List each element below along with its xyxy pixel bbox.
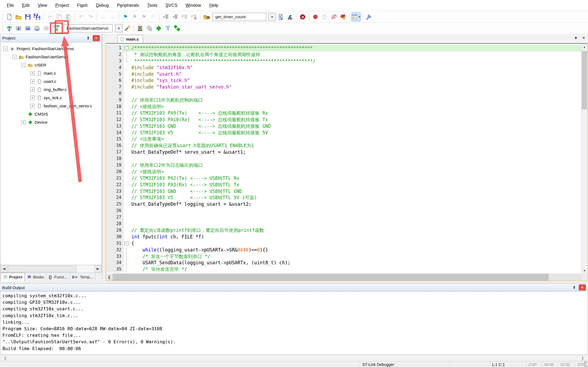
menu-svcs[interactable]: SVCS <box>161 3 182 8</box>
editor-vertical-scrollbar[interactable]: ▲ ▼ <box>581 44 587 274</box>
project-horizontal-scrollbar[interactable]: ◀ ▶ <box>0 265 102 273</box>
toolbar-grip[interactable] <box>2 25 4 32</box>
load-button[interactable]: LOAD ⇊ ★ <box>52 24 61 33</box>
enable-breakpoints-button[interactable] <box>339 12 348 22</box>
close-icon[interactable]: ✕ <box>93 35 100 41</box>
scroll-left-icon[interactable]: ❮ <box>0 356 11 360</box>
scroll-left-icon[interactable]: ❮ <box>106 274 113 281</box>
tree-item-fashion-star-uart-servo-c[interactable]: +fashion_star_uart_servo.c <box>1 102 101 110</box>
disable-breakpoint-button[interactable] <box>320 12 329 22</box>
batch-build-button[interactable] <box>32 24 42 33</box>
menu-help[interactable]: Help <box>205 3 222 8</box>
target-combobox[interactable]: FashionStarUartServo <box>64 24 113 32</box>
tab-main-c[interactable]: main.c <box>117 35 143 43</box>
vertical-scroll-thumb[interactable] <box>582 51 587 110</box>
paste-button[interactable] <box>64 12 73 22</box>
menu-window[interactable]: Window <box>182 3 205 8</box>
tree-item-ring-buffer-c[interactable]: +ring_buffer.c <box>1 86 101 94</box>
next-bookmark-button[interactable]: ⚑ <box>139 12 149 22</box>
kill-breakpoints-button[interactable] <box>329 12 339 22</box>
panel-tab-project[interactable]: Project <box>1 273 25 281</box>
tree-item-project-fashionstaruartservo[interactable]: −Project: FashionStarUartServo <box>1 45 101 53</box>
tree-item-main-c[interactable]: +main.c <box>1 69 101 77</box>
tab-list-dropdown-icon[interactable]: ▼ <box>574 36 578 40</box>
previous-bookmark-button[interactable]: ⚑ <box>130 12 139 22</box>
fold-collapse-icon[interactable]: − <box>125 242 128 245</box>
comment-button[interactable]: // <box>180 12 189 22</box>
collapse-icon[interactable]: − <box>12 55 17 59</box>
collapse-icon[interactable]: − <box>3 47 8 51</box>
manage-rte-button[interactable] <box>154 24 163 33</box>
redo-button[interactable]: ↷ <box>86 12 95 22</box>
fold-collapse-icon[interactable]: − <box>125 46 128 50</box>
target-combobox-dropdown-icon[interactable]: ▼ <box>115 24 123 32</box>
browse-symbols-button[interactable] <box>285 12 294 22</box>
rebuild-button[interactable] <box>23 24 32 33</box>
find-in-document-button[interactable] <box>276 12 285 22</box>
save-button[interactable] <box>23 12 32 22</box>
expand-icon[interactable]: + <box>30 71 35 75</box>
dropdown-caret-icon[interactable]: ▼ <box>358 16 361 18</box>
close-icon[interactable]: ✕ <box>579 284 586 290</box>
menu-debug[interactable]: Debug <box>92 3 113 8</box>
insert-bookmark-button[interactable]: ⚑ <box>121 12 130 22</box>
copy-button[interactable] <box>55 12 64 22</box>
horizontal-scroll-thumb[interactable] <box>113 274 549 281</box>
panel-tab-funct[interactable]: {}Funct... <box>46 273 70 281</box>
translate-button[interactable] <box>5 24 14 33</box>
tree-item-sys-tick-c[interactable]: +sys_tick.c <box>1 94 101 102</box>
tree-item-user[interactable]: −USER <box>1 61 101 69</box>
find-in-files-button[interactable] <box>202 12 211 22</box>
expand-icon[interactable]: + <box>30 104 35 108</box>
configure-tools-button[interactable] <box>364 12 373 22</box>
clear-bookmarks-button[interactable]: ⚐ <box>149 12 158 22</box>
menu-tools[interactable]: Tools <box>143 3 161 8</box>
close-document-icon[interactable]: ✕ <box>582 36 585 40</box>
uncomment-button[interactable]: // <box>189 12 198 22</box>
debug-windows-button[interactable]: ▼ <box>351 12 361 22</box>
cut-button[interactable]: ✂ <box>45 12 55 22</box>
tree-item-usart-c[interactable]: +usart.c <box>1 77 101 86</box>
menu-file[interactable]: File <box>3 3 18 8</box>
pin-icon[interactable] <box>85 35 91 41</box>
toolbar-grip[interactable] <box>2 13 4 20</box>
save-all-button[interactable] <box>32 12 42 22</box>
expand-icon[interactable]: + <box>21 120 26 125</box>
navigate-forward-button[interactable]: → <box>108 12 117 22</box>
build-button[interactable] <box>14 24 23 33</box>
panel-tab-temp[interactable]: 0➜Temp... <box>70 273 95 281</box>
scroll-left-icon[interactable]: ◀ <box>1 265 8 272</box>
indent-button[interactable] <box>161 12 171 22</box>
scroll-right-icon[interactable]: ❯ <box>577 356 588 360</box>
tree-item-cmsis[interactable]: CMSIS <box>1 110 101 118</box>
flash-configure-button[interactable] <box>135 24 145 33</box>
expand-icon[interactable]: + <box>30 79 35 84</box>
scroll-down-icon[interactable]: ▼ <box>581 268 587 274</box>
scroll-thumb[interactable] <box>8 266 76 272</box>
function-combobox-dropdown-icon[interactable]: ▼ <box>268 13 276 21</box>
pack-installer-button[interactable] <box>173 24 182 33</box>
collapse-icon[interactable]: − <box>21 63 26 67</box>
scroll-right-icon[interactable]: ▶ <box>94 265 101 272</box>
function-combobox[interactable]: get_timer_count <box>212 13 266 21</box>
build-output-scrollbar[interactable]: ❮ ❯ <box>0 355 588 361</box>
undo-button[interactable]: ↶ <box>77 12 86 22</box>
menu-peripherals[interactable]: Peripherals <box>113 3 143 8</box>
insert-breakpoint-button[interactable] <box>311 12 320 22</box>
expand-icon[interactable]: + <box>30 96 35 100</box>
panel-tab-books[interactable]: Books <box>25 273 46 281</box>
options-for-target-button[interactable] <box>123 24 132 33</box>
stop-build-button[interactable] <box>42 24 51 33</box>
select-packs-button[interactable] <box>163 24 173 33</box>
new-file-button[interactable] <box>5 12 14 22</box>
open-file-button[interactable] <box>14 12 23 22</box>
start-stop-debug-button[interactable]: d <box>298 12 307 22</box>
menu-flash[interactable]: Flash <box>73 3 92 8</box>
editor-horizontal-scrollbar[interactable]: ❮ <box>106 274 581 281</box>
navigate-back-button[interactable]: ← <box>99 12 108 22</box>
tree-item-fashionstaruartservo[interactable]: −✳FashionStarUartServo <box>1 53 101 61</box>
menu-edit[interactable]: Edit <box>18 3 34 8</box>
tree-item-device[interactable]: +Device <box>1 118 101 126</box>
scroll-up-icon[interactable]: ▲ <box>581 44 587 50</box>
menu-view[interactable]: View <box>34 3 51 8</box>
